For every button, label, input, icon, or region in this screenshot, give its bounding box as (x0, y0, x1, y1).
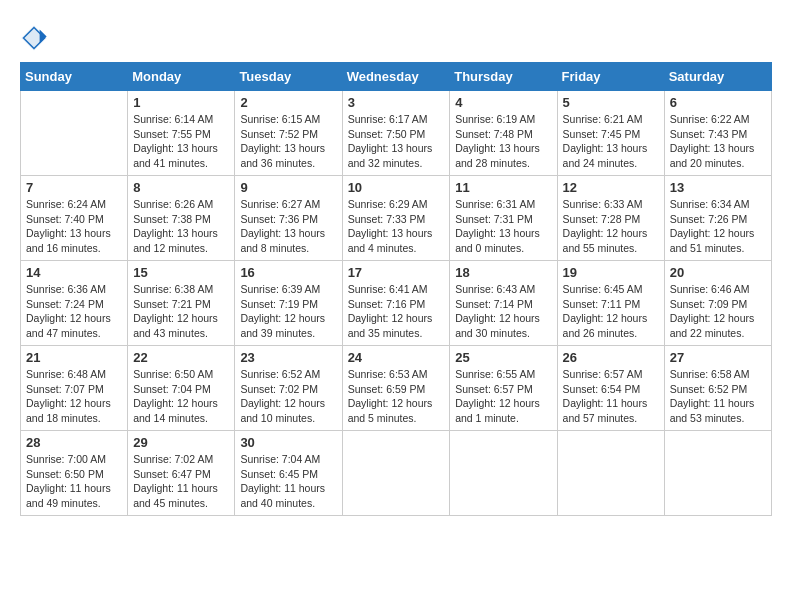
calendar-cell: 26Sunrise: 6:57 AMSunset: 6:54 PMDayligh… (557, 346, 664, 431)
day-info: Sunrise: 6:45 AMSunset: 7:11 PMDaylight:… (563, 282, 659, 341)
weekday-header-monday: Monday (128, 63, 235, 91)
day-info: Sunrise: 6:17 AMSunset: 7:50 PMDaylight:… (348, 112, 445, 171)
weekday-header-sunday: Sunday (21, 63, 128, 91)
day-number: 8 (133, 180, 229, 195)
day-info: Sunrise: 6:58 AMSunset: 6:52 PMDaylight:… (670, 367, 766, 426)
day-number: 16 (240, 265, 336, 280)
weekday-header-row: SundayMondayTuesdayWednesdayThursdayFrid… (21, 63, 772, 91)
day-number: 30 (240, 435, 336, 450)
day-info: Sunrise: 6:48 AMSunset: 7:07 PMDaylight:… (26, 367, 122, 426)
calendar-cell: 13Sunrise: 6:34 AMSunset: 7:26 PMDayligh… (664, 176, 771, 261)
calendar-cell: 10Sunrise: 6:29 AMSunset: 7:33 PMDayligh… (342, 176, 450, 261)
day-number: 20 (670, 265, 766, 280)
day-number: 12 (563, 180, 659, 195)
day-number: 21 (26, 350, 122, 365)
calendar-week-row: 21Sunrise: 6:48 AMSunset: 7:07 PMDayligh… (21, 346, 772, 431)
day-number: 19 (563, 265, 659, 280)
calendar-cell (450, 431, 557, 516)
day-info: Sunrise: 6:43 AMSunset: 7:14 PMDaylight:… (455, 282, 551, 341)
day-info: Sunrise: 6:19 AMSunset: 7:48 PMDaylight:… (455, 112, 551, 171)
day-info: Sunrise: 6:55 AMSunset: 6:57 PMDaylight:… (455, 367, 551, 426)
day-info: Sunrise: 6:52 AMSunset: 7:02 PMDaylight:… (240, 367, 336, 426)
calendar-cell: 21Sunrise: 6:48 AMSunset: 7:07 PMDayligh… (21, 346, 128, 431)
day-info: Sunrise: 7:00 AMSunset: 6:50 PMDaylight:… (26, 452, 122, 511)
calendar-week-row: 7Sunrise: 6:24 AMSunset: 7:40 PMDaylight… (21, 176, 772, 261)
calendar-cell: 15Sunrise: 6:38 AMSunset: 7:21 PMDayligh… (128, 261, 235, 346)
day-number: 15 (133, 265, 229, 280)
calendar-cell: 1Sunrise: 6:14 AMSunset: 7:55 PMDaylight… (128, 91, 235, 176)
calendar-cell: 17Sunrise: 6:41 AMSunset: 7:16 PMDayligh… (342, 261, 450, 346)
day-number: 7 (26, 180, 122, 195)
day-number: 6 (670, 95, 766, 110)
calendar-week-row: 28Sunrise: 7:00 AMSunset: 6:50 PMDayligh… (21, 431, 772, 516)
calendar-cell: 30Sunrise: 7:04 AMSunset: 6:45 PMDayligh… (235, 431, 342, 516)
day-info: Sunrise: 7:02 AMSunset: 6:47 PMDaylight:… (133, 452, 229, 511)
calendar-cell: 9Sunrise: 6:27 AMSunset: 7:36 PMDaylight… (235, 176, 342, 261)
day-info: Sunrise: 6:57 AMSunset: 6:54 PMDaylight:… (563, 367, 659, 426)
calendar-week-row: 14Sunrise: 6:36 AMSunset: 7:24 PMDayligh… (21, 261, 772, 346)
day-number: 4 (455, 95, 551, 110)
day-info: Sunrise: 6:21 AMSunset: 7:45 PMDaylight:… (563, 112, 659, 171)
day-number: 3 (348, 95, 445, 110)
logo-icon (20, 24, 48, 52)
day-number: 13 (670, 180, 766, 195)
day-number: 14 (26, 265, 122, 280)
day-number: 23 (240, 350, 336, 365)
day-number: 22 (133, 350, 229, 365)
day-info: Sunrise: 7:04 AMSunset: 6:45 PMDaylight:… (240, 452, 336, 511)
day-number: 28 (26, 435, 122, 450)
calendar-cell: 6Sunrise: 6:22 AMSunset: 7:43 PMDaylight… (664, 91, 771, 176)
day-number: 24 (348, 350, 445, 365)
day-info: Sunrise: 6:53 AMSunset: 6:59 PMDaylight:… (348, 367, 445, 426)
calendar-table: SundayMondayTuesdayWednesdayThursdayFrid… (20, 62, 772, 516)
calendar-cell: 29Sunrise: 7:02 AMSunset: 6:47 PMDayligh… (128, 431, 235, 516)
calendar-cell: 3Sunrise: 6:17 AMSunset: 7:50 PMDaylight… (342, 91, 450, 176)
weekday-header-saturday: Saturday (664, 63, 771, 91)
weekday-header-thursday: Thursday (450, 63, 557, 91)
day-number: 29 (133, 435, 229, 450)
calendar-cell: 14Sunrise: 6:36 AMSunset: 7:24 PMDayligh… (21, 261, 128, 346)
day-number: 26 (563, 350, 659, 365)
day-info: Sunrise: 6:50 AMSunset: 7:04 PMDaylight:… (133, 367, 229, 426)
calendar-cell: 5Sunrise: 6:21 AMSunset: 7:45 PMDaylight… (557, 91, 664, 176)
calendar-week-row: 1Sunrise: 6:14 AMSunset: 7:55 PMDaylight… (21, 91, 772, 176)
day-info: Sunrise: 6:27 AMSunset: 7:36 PMDaylight:… (240, 197, 336, 256)
calendar-cell (21, 91, 128, 176)
day-info: Sunrise: 6:26 AMSunset: 7:38 PMDaylight:… (133, 197, 229, 256)
calendar-cell: 28Sunrise: 7:00 AMSunset: 6:50 PMDayligh… (21, 431, 128, 516)
day-info: Sunrise: 6:24 AMSunset: 7:40 PMDaylight:… (26, 197, 122, 256)
calendar-cell (342, 431, 450, 516)
page-header (20, 20, 772, 52)
calendar-cell: 18Sunrise: 6:43 AMSunset: 7:14 PMDayligh… (450, 261, 557, 346)
weekday-header-wednesday: Wednesday (342, 63, 450, 91)
day-number: 5 (563, 95, 659, 110)
calendar-cell: 19Sunrise: 6:45 AMSunset: 7:11 PMDayligh… (557, 261, 664, 346)
calendar-cell: 23Sunrise: 6:52 AMSunset: 7:02 PMDayligh… (235, 346, 342, 431)
calendar-cell: 4Sunrise: 6:19 AMSunset: 7:48 PMDaylight… (450, 91, 557, 176)
day-info: Sunrise: 6:14 AMSunset: 7:55 PMDaylight:… (133, 112, 229, 171)
day-info: Sunrise: 6:29 AMSunset: 7:33 PMDaylight:… (348, 197, 445, 256)
day-number: 9 (240, 180, 336, 195)
calendar-cell: 22Sunrise: 6:50 AMSunset: 7:04 PMDayligh… (128, 346, 235, 431)
day-info: Sunrise: 6:15 AMSunset: 7:52 PMDaylight:… (240, 112, 336, 171)
calendar-cell: 11Sunrise: 6:31 AMSunset: 7:31 PMDayligh… (450, 176, 557, 261)
day-number: 18 (455, 265, 551, 280)
calendar-cell: 20Sunrise: 6:46 AMSunset: 7:09 PMDayligh… (664, 261, 771, 346)
day-number: 11 (455, 180, 551, 195)
day-number: 10 (348, 180, 445, 195)
day-info: Sunrise: 6:38 AMSunset: 7:21 PMDaylight:… (133, 282, 229, 341)
calendar-cell: 16Sunrise: 6:39 AMSunset: 7:19 PMDayligh… (235, 261, 342, 346)
day-number: 17 (348, 265, 445, 280)
calendar-cell: 24Sunrise: 6:53 AMSunset: 6:59 PMDayligh… (342, 346, 450, 431)
calendar-cell: 27Sunrise: 6:58 AMSunset: 6:52 PMDayligh… (664, 346, 771, 431)
day-info: Sunrise: 6:36 AMSunset: 7:24 PMDaylight:… (26, 282, 122, 341)
day-info: Sunrise: 6:33 AMSunset: 7:28 PMDaylight:… (563, 197, 659, 256)
calendar-cell: 7Sunrise: 6:24 AMSunset: 7:40 PMDaylight… (21, 176, 128, 261)
calendar-cell (664, 431, 771, 516)
weekday-header-tuesday: Tuesday (235, 63, 342, 91)
day-info: Sunrise: 6:31 AMSunset: 7:31 PMDaylight:… (455, 197, 551, 256)
logo (20, 24, 52, 52)
calendar-cell: 12Sunrise: 6:33 AMSunset: 7:28 PMDayligh… (557, 176, 664, 261)
day-info: Sunrise: 6:39 AMSunset: 7:19 PMDaylight:… (240, 282, 336, 341)
calendar-header: SundayMondayTuesdayWednesdayThursdayFrid… (21, 63, 772, 91)
